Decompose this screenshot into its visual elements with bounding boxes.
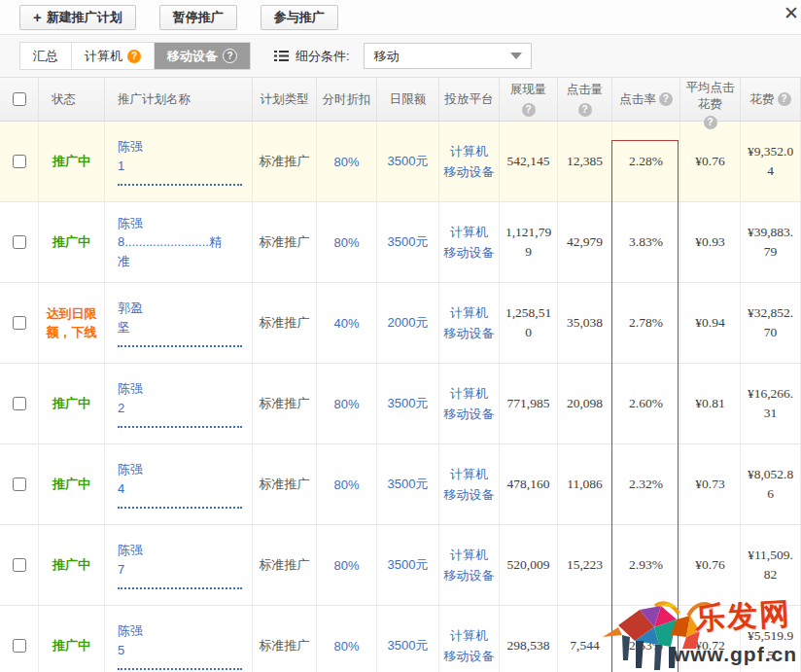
table-row: 推广中陈强5标准推广80%3500元计算机移动设备298,5387,5442.5…	[0, 606, 801, 672]
daily-limit-link[interactable]: 3500元	[388, 637, 429, 654]
daily-limit-link[interactable]: 3500元	[388, 233, 429, 251]
status-badge: 推广中	[47, 394, 96, 413]
tab-summary[interactable]: 汇总	[20, 43, 72, 69]
segment-dropdown[interactable]: 移动	[364, 43, 532, 69]
help-icon[interactable]: ?	[578, 103, 592, 117]
time-discount-link[interactable]: 40%	[333, 316, 359, 331]
plan-name-link[interactable]: 陈强7	[118, 541, 242, 589]
plan-name-line: 2	[118, 399, 242, 418]
daily-limit-link[interactable]: 3500元	[388, 556, 429, 574]
platform-link[interactable]: 计算机	[450, 302, 488, 323]
row-checkbox[interactable]	[13, 558, 26, 572]
plan-name-line: 陈强	[118, 137, 242, 157]
platform-link[interactable]: 移动设备	[444, 404, 495, 424]
daily-limit-link[interactable]: 3500元	[388, 395, 429, 412]
impressions-cell: 542,145	[500, 122, 558, 202]
column-header-check	[0, 78, 39, 121]
time-discount-link[interactable]: 80%	[333, 397, 359, 411]
ctr-cell: 3.83%	[612, 202, 680, 283]
filter-bar: 汇总 计算机 ? 移动设备 ? 细分条件: 移动	[0, 35, 801, 78]
cost-cell: ¥9,352.04	[741, 122, 801, 202]
metric-value: 12,385	[562, 152, 608, 171]
platform-link[interactable]: 计算机	[450, 383, 488, 404]
platform-link[interactable]: 计算机	[450, 625, 488, 646]
column-header-label: 点击量	[567, 82, 604, 98]
platform-link[interactable]: 移动设备	[444, 242, 495, 263]
pause-promotion-button-label: 暂停推广	[173, 9, 224, 26]
metric-value: 771,985	[503, 394, 555, 413]
cost-cell: ¥16,266.31	[741, 364, 801, 444]
join-promotion-button[interactable]: 参与推广	[261, 5, 338, 30]
platform-link[interactable]: 移动设备	[444, 565, 495, 585]
time-discount-link[interactable]: 80%	[333, 477, 359, 492]
row-checkbox[interactable]	[13, 477, 26, 491]
help-icon[interactable]: ?	[778, 92, 791, 106]
daily-limit-cell: 3500元	[377, 606, 439, 672]
plan-name-link[interactable]: 陈强1	[118, 137, 242, 186]
help-icon[interactable]: ?	[223, 49, 237, 63]
metric-value: 3.83%	[624, 232, 668, 252]
help-icon[interactable]: ?	[522, 103, 536, 117]
time-discount-link[interactable]: 80%	[333, 558, 359, 573]
cost-cell: ¥39,883.79	[741, 202, 801, 283]
row-checkbox[interactable]	[13, 639, 26, 653]
plan-type-cell: 标准推广	[253, 283, 317, 364]
plan-name-link[interactable]: 陈强2	[118, 379, 242, 428]
close-icon[interactable]: ✕	[784, 4, 799, 22]
status-cell: 推广中	[39, 364, 105, 444]
pause-promotion-button[interactable]: 暂停推广	[159, 5, 237, 30]
help-icon[interactable]: ?	[659, 92, 673, 106]
select-all-checkbox[interactable]	[13, 92, 26, 106]
table-row: 推广中陈强4标准推广80%3500元计算机移动设备478,16011,0862.…	[0, 444, 801, 525]
column-header-label: 投放平台	[445, 91, 494, 108]
impressions-cell: 771,985	[500, 364, 558, 444]
metric-value: 520,009	[503, 555, 555, 575]
row-select-cell	[0, 525, 39, 606]
row-checkbox[interactable]	[13, 155, 26, 168]
tab-computer[interactable]: 计算机 ?	[72, 43, 155, 69]
column-header-label: 花费	[750, 91, 775, 108]
plan-name-line: 1	[118, 157, 242, 176]
help-icon[interactable]: ?	[127, 50, 141, 63]
plan-name-link[interactable]: 郭盈坚	[118, 299, 242, 347]
metric-value: ¥32,852.70	[741, 303, 800, 343]
time-discount-link[interactable]: 80%	[333, 235, 359, 250]
status-cell: 推广中	[39, 202, 105, 283]
new-plan-button[interactable]: + 新建推广计划	[19, 5, 136, 30]
daily-limit-link[interactable]: 3500元	[388, 153, 429, 170]
clicks-cell: 20,098	[558, 364, 612, 444]
plan-type-value: 标准推广	[260, 556, 310, 574]
platform-cell: 计算机移动设备	[439, 122, 500, 202]
metric-value: 11,086	[562, 475, 608, 494]
platform-link[interactable]: 移动设备	[444, 484, 495, 505]
table-row: 推广中陈强1标准推广80%3500元计算机移动设备542,14512,3852.…	[0, 122, 801, 202]
new-plan-button-label: 新建推广计划	[47, 9, 122, 26]
metric-value: ¥0.73	[690, 475, 729, 494]
daily-limit-link[interactable]: 3500元	[388, 476, 429, 493]
plan-name-cell: 陈强2	[105, 364, 253, 444]
plan-name-link[interactable]: 陈强5	[118, 621, 242, 670]
time-discount-link[interactable]: 80%	[333, 155, 359, 169]
row-checkbox[interactable]	[13, 235, 26, 249]
row-checkbox[interactable]	[13, 316, 26, 330]
daily-limit-link[interactable]: 2000元	[388, 314, 429, 332]
platform-link[interactable]: 移动设备	[444, 646, 495, 666]
status-cell: 推广中	[39, 525, 105, 606]
platform-link[interactable]: 计算机	[450, 464, 488, 484]
metric-value: ¥16,266.31	[741, 384, 800, 424]
platform-link[interactable]: 计算机	[450, 141, 488, 161]
metric-value: 1,121,799	[500, 223, 557, 263]
platform-link[interactable]: 移动设备	[444, 323, 495, 343]
tab-mobile-devices[interactable]: 移动设备 ?	[155, 43, 250, 69]
platform-link[interactable]: 计算机	[450, 545, 488, 565]
plan-name-link[interactable]: 陈强4	[118, 460, 242, 509]
platform-link[interactable]: 移动设备	[444, 161, 495, 182]
plan-name-link[interactable]: 陈强8........................精准	[118, 214, 242, 271]
plan-name-line: 5	[118, 641, 242, 660]
platform-link[interactable]: 计算机	[450, 222, 488, 242]
metric-value: ¥9,352.04	[741, 142, 800, 182]
daily-limit-cell: 3500元	[377, 444, 439, 525]
clicks-cell: 35,038	[558, 283, 612, 364]
time-discount-link[interactable]: 80%	[333, 639, 359, 654]
row-checkbox[interactable]	[13, 397, 26, 410]
